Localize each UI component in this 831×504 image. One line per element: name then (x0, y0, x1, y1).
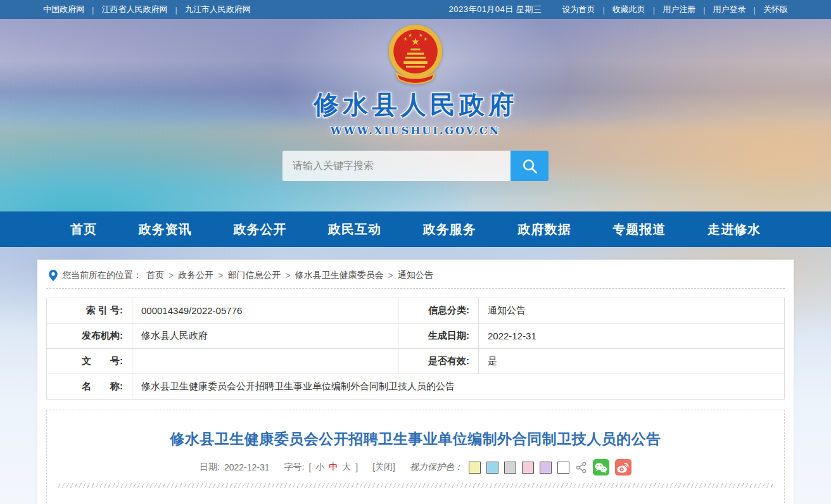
breadcrumb-notices[interactable]: 通知公告 (398, 270, 433, 281)
weibo-icon[interactable] (615, 459, 631, 476)
validity-label: 是否有效: (398, 349, 479, 374)
nav-item-home[interactable]: 首页 (70, 221, 97, 238)
breadcrumb-prefix: 您当前所在的位置： (62, 270, 142, 281)
nav-item-interaction[interactable]: 政民互动 (328, 221, 381, 238)
doc-title-value: 修水县卫生健康委员会公开招聘卫生事业单位编制外合同制卫技人员的公告 (132, 374, 785, 400)
eye-protect-label: 视力保护色： (410, 462, 463, 473)
table-row: 发布机构: 修水县人民政府 生成日期: 2022-12-31 (47, 324, 785, 349)
protect-color-swatch-pink[interactable] (522, 462, 534, 474)
nav-item-news[interactable]: 政务资讯 (139, 221, 192, 238)
main-navigation: 首页 政务资讯 政务公开 政民互动 政务服务 政府数据 专题报道 走进修水 (0, 211, 831, 247)
separator: | (653, 5, 655, 15)
validity-value: 是 (479, 349, 785, 374)
svg-text:★: ★ (419, 32, 423, 38)
search-icon (521, 158, 538, 175)
doc-number-value (132, 349, 398, 374)
font-large-button[interactable]: 大 (342, 462, 351, 473)
search-input[interactable] (282, 151, 511, 181)
close-button[interactable]: [关闭] (372, 462, 395, 473)
separator: | (92, 5, 94, 15)
breadcrumb-separator: > (168, 270, 174, 280)
search-button[interactable] (511, 151, 549, 181)
info-category-label: 信息分类: (398, 298, 479, 324)
table-row: 索 引 号: 000014349/2022-05776 信息分类: 通知公告 (47, 298, 785, 324)
protect-color-swatch-yellow[interactable] (469, 462, 481, 474)
article-title: 修水县卫生健康委员会公开招聘卫生事业单位编制外合同制卫技人员的公告 (56, 429, 775, 449)
bracket: [ (308, 462, 311, 472)
breadcrumb: 您当前所在的位置： 首页 > 政务公开 > 部门信息公开 > 修水县卫生健康委员… (46, 270, 785, 281)
site-url: WWW.XIUSHUI.GOV.CN (331, 125, 500, 137)
date-value: 2022-12-31 (224, 462, 270, 472)
link-jiangxi-gov[interactable]: 江西省人民政府网 (101, 4, 167, 15)
font-size-control: 字号: [ 小 中 大 ] (284, 462, 358, 473)
page-background: 您当前所在的位置： 首页 > 政务公开 > 部门信息公开 > 修水县卫生健康委员… (0, 247, 831, 504)
svg-text:★: ★ (424, 36, 428, 42)
breadcrumb-gov-info[interactable]: 政务公开 (178, 270, 213, 281)
user-utility-links: 2023年01月04日 星期三 设为首页 | 收藏此页 | 用户注册 | 用户登… (448, 4, 788, 15)
content-card: 您当前所在的位置： 首页 > 政务公开 > 部门信息公开 > 修水县卫生健康委员… (37, 260, 794, 504)
font-size-label: 字号: (284, 462, 305, 473)
protect-color-swatch-blue[interactable] (486, 462, 498, 474)
table-row: 名 称: 修水县卫生健康委员会公开招聘卫生事业单位编制外合同制卫技人员的公告 (47, 374, 785, 400)
nav-item-gov-info[interactable]: 政务公开 (233, 221, 286, 238)
publish-date-value: 2022-12-31 (479, 324, 785, 349)
user-login-link[interactable]: 用户登录 (713, 4, 746, 15)
current-date: 2023年01月04日 星期三 (448, 4, 542, 15)
publisher-value: 修水县人民政府 (132, 324, 398, 349)
breadcrumb-home[interactable]: 首页 (146, 270, 164, 281)
publisher-label: 发布机构: (47, 324, 132, 349)
header-banner: ★ ★ ★ ★ ★ 修水县人民政府 WWW.XIUSHUI.GOV.CN (0, 19, 831, 211)
dashed-divider (46, 288, 785, 289)
breadcrumb-separator: > (388, 270, 393, 280)
article-date: 日期: 2022-12-31 (200, 462, 270, 473)
nav-item-special-reports[interactable]: 专题报道 (612, 221, 666, 238)
svg-text:★: ★ (403, 36, 408, 42)
separator: | (602, 5, 604, 15)
national-emblem-icon: ★ ★ ★ ★ ★ (386, 23, 445, 86)
separator: | (754, 5, 756, 15)
protect-color-swatch-purple[interactable] (540, 462, 552, 474)
share-nodes-icon[interactable] (575, 462, 587, 474)
doc-number-label: 文 号: (47, 349, 132, 374)
site-title: 修水县人民政府 (314, 87, 517, 122)
breadcrumb-separator: > (285, 270, 290, 280)
font-medium-button[interactable]: 中 (329, 462, 338, 473)
table-row: 文 号: 是否有效: 是 (47, 349, 785, 374)
index-number-label: 索 引 号: (47, 298, 132, 324)
protect-color-swatch-gray[interactable] (504, 462, 516, 474)
accessibility-version-link[interactable]: 关怀版 (763, 4, 788, 15)
font-small-button[interactable]: 小 (315, 462, 324, 473)
document-info-table: 索 引 号: 000014349/2022-05776 信息分类: 通知公告 发… (46, 298, 785, 400)
bracket: ] (355, 462, 358, 472)
nav-item-services[interactable]: 政务服务 (423, 221, 476, 238)
protect-color-swatch-white[interactable] (557, 462, 569, 474)
location-pin-icon (49, 270, 58, 281)
date-label: 日期: (200, 462, 220, 473)
top-utility-bar: 中国政府网 | 江西省人民政府网 | 九江市人民政府网 2023年01月04日 … (0, 0, 831, 19)
article-meta-bar: 日期: 2022-12-31 字号: [ 小 中 大 ] [关闭] 视力保护色： (56, 459, 775, 476)
user-register-link[interactable]: 用户注册 (663, 4, 695, 15)
svg-text:★: ★ (408, 32, 412, 38)
info-category-value: 通知公告 (479, 298, 785, 324)
gov-site-links: 中国政府网 | 江西省人民政府网 | 九江市人民政府网 (43, 4, 251, 15)
nav-item-gov-data[interactable]: 政府数据 (518, 221, 571, 238)
separator: | (175, 5, 177, 15)
nav-item-about-xiushui[interactable]: 走进修水 (707, 221, 761, 238)
bookmark-page-link[interactable]: 收藏此页 (612, 4, 645, 15)
breadcrumb-department-info[interactable]: 部门信息公开 (227, 270, 281, 281)
article-container: 修水县卫生健康委员会公开招聘卫生事业单位编制外合同制卫技人员的公告 日期: 20… (46, 410, 785, 504)
set-homepage-link[interactable]: 设为首页 (562, 4, 595, 15)
doc-title-label: 名 称: (47, 374, 132, 400)
publish-date-label: 生成日期: (398, 324, 479, 349)
breadcrumb-health-commission[interactable]: 修水县卫生健康委员会 (295, 270, 384, 281)
search-bar (282, 151, 549, 181)
index-number-value: 000014349/2022-05776 (132, 298, 398, 324)
breadcrumb-separator: > (218, 270, 223, 280)
hatched-divider (56, 483, 775, 488)
wechat-icon[interactable] (593, 459, 609, 476)
link-jiujiang-gov[interactable]: 九江市人民政府网 (185, 4, 251, 15)
link-china-gov[interactable]: 中国政府网 (43, 4, 84, 15)
separator: | (703, 5, 705, 15)
